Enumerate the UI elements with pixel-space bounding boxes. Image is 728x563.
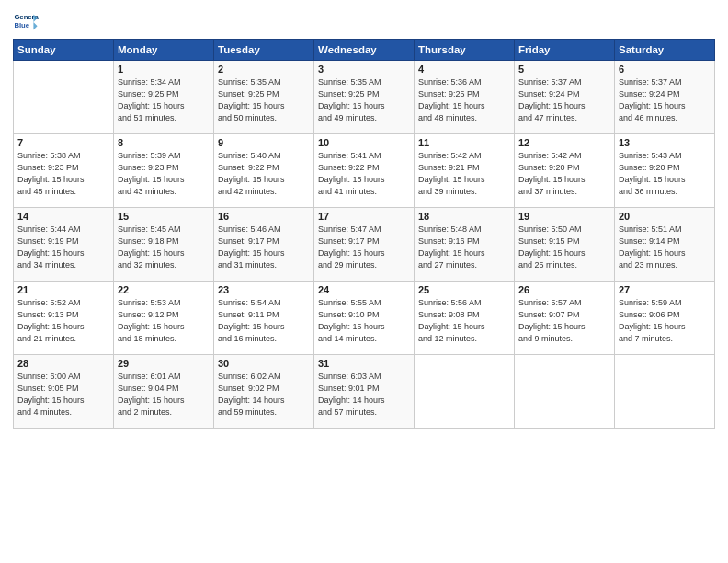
calendar-day-cell: 19Sunrise: 5:50 AM Sunset: 9:15 PM Dayli…	[515, 208, 615, 282]
weekday-header: Friday	[515, 40, 615, 61]
calendar-day-cell: 14Sunrise: 5:44 AM Sunset: 9:19 PM Dayli…	[14, 208, 114, 282]
calendar-day-cell: 16Sunrise: 5:46 AM Sunset: 9:17 PM Dayli…	[214, 208, 314, 282]
day-info: Sunrise: 5:56 AM Sunset: 9:08 PM Dayligh…	[418, 297, 510, 345]
day-number: 25	[418, 284, 510, 295]
calendar-day-cell: 22Sunrise: 5:53 AM Sunset: 9:12 PM Dayli…	[114, 282, 214, 355]
day-number: 7	[17, 137, 109, 148]
day-number: 29	[118, 358, 210, 369]
day-info: Sunrise: 6:00 AM Sunset: 9:05 PM Dayligh…	[17, 371, 109, 419]
day-info: Sunrise: 5:54 AM Sunset: 9:11 PM Dayligh…	[218, 297, 310, 345]
calendar-day-cell: 29Sunrise: 6:01 AM Sunset: 9:04 PM Dayli…	[114, 355, 214, 429]
calendar-day-cell: 6Sunrise: 5:37 AM Sunset: 9:24 PM Daylig…	[615, 61, 715, 134]
calendar-body: 1Sunrise: 5:34 AM Sunset: 9:25 PM Daylig…	[14, 61, 715, 429]
day-number: 20	[619, 211, 711, 222]
calendar-day-cell: 25Sunrise: 5:56 AM Sunset: 9:08 PM Dayli…	[415, 282, 515, 355]
page-container: General Blue SundayMondayTuesdayWednesda…	[0, 0, 728, 434]
calendar-day-cell: 24Sunrise: 5:55 AM Sunset: 9:10 PM Dayli…	[314, 282, 415, 355]
day-info: Sunrise: 5:51 AM Sunset: 9:14 PM Dayligh…	[619, 224, 711, 271]
day-number: 27	[619, 284, 711, 295]
header: General Blue	[13, 9, 715, 35]
day-info: Sunrise: 5:34 AM Sunset: 9:25 PM Dayligh…	[118, 76, 210, 124]
day-info: Sunrise: 5:43 AM Sunset: 9:20 PM Dayligh…	[619, 150, 711, 198]
day-number: 15	[118, 211, 210, 222]
day-info: Sunrise: 5:53 AM Sunset: 9:12 PM Dayligh…	[118, 297, 210, 345]
day-info: Sunrise: 5:35 AM Sunset: 9:25 PM Dayligh…	[318, 76, 410, 124]
weekday-header: Tuesday	[214, 40, 314, 61]
day-number: 10	[318, 137, 410, 148]
day-number: 22	[118, 284, 210, 295]
day-info: Sunrise: 5:37 AM Sunset: 9:24 PM Dayligh…	[619, 76, 711, 124]
day-number: 6	[619, 63, 711, 75]
day-number: 11	[418, 137, 510, 148]
calendar-day-cell	[615, 355, 715, 429]
calendar-day-cell: 7Sunrise: 5:38 AM Sunset: 9:23 PM Daylig…	[14, 134, 114, 208]
day-info: Sunrise: 5:38 AM Sunset: 9:23 PM Dayligh…	[17, 150, 109, 198]
day-number: 2	[218, 63, 310, 75]
svg-text:Blue: Blue	[14, 21, 29, 29]
calendar-week-row: 14Sunrise: 5:44 AM Sunset: 9:19 PM Dayli…	[14, 208, 715, 282]
calendar-day-cell: 18Sunrise: 5:48 AM Sunset: 9:16 PM Dayli…	[415, 208, 515, 282]
weekday-header: Monday	[114, 40, 214, 61]
calendar-day-cell: 27Sunrise: 5:59 AM Sunset: 9:06 PM Dayli…	[615, 282, 715, 355]
calendar-week-row: 7Sunrise: 5:38 AM Sunset: 9:23 PM Daylig…	[14, 134, 715, 208]
calendar-day-cell: 1Sunrise: 5:34 AM Sunset: 9:25 PM Daylig…	[114, 61, 214, 134]
calendar-week-row: 28Sunrise: 6:00 AM Sunset: 9:05 PM Dayli…	[14, 355, 715, 429]
weekday-header: Sunday	[14, 40, 114, 61]
calendar-day-cell: 9Sunrise: 5:40 AM Sunset: 9:22 PM Daylig…	[214, 134, 314, 208]
day-info: Sunrise: 5:41 AM Sunset: 9:22 PM Dayligh…	[318, 150, 410, 198]
day-info: Sunrise: 5:48 AM Sunset: 9:16 PM Dayligh…	[418, 224, 510, 271]
weekday-header: Saturday	[615, 40, 715, 61]
calendar-day-cell	[415, 355, 515, 429]
day-number: 14	[17, 211, 109, 222]
day-info: Sunrise: 5:57 AM Sunset: 9:07 PM Dayligh…	[518, 297, 610, 345]
day-info: Sunrise: 6:03 AM Sunset: 9:01 PM Dayligh…	[318, 371, 410, 419]
calendar-day-cell: 23Sunrise: 5:54 AM Sunset: 9:11 PM Dayli…	[214, 282, 314, 355]
calendar-day-cell: 28Sunrise: 6:00 AM Sunset: 9:05 PM Dayli…	[14, 355, 114, 429]
calendar-day-cell: 17Sunrise: 5:47 AM Sunset: 9:17 PM Dayli…	[314, 208, 415, 282]
day-info: Sunrise: 5:52 AM Sunset: 9:13 PM Dayligh…	[17, 297, 109, 345]
day-info: Sunrise: 5:36 AM Sunset: 9:25 PM Dayligh…	[418, 76, 510, 124]
calendar-day-cell: 10Sunrise: 5:41 AM Sunset: 9:22 PM Dayli…	[314, 134, 415, 208]
day-number: 1	[118, 63, 210, 75]
day-info: Sunrise: 5:42 AM Sunset: 9:20 PM Dayligh…	[518, 150, 610, 198]
day-number: 16	[218, 211, 310, 222]
weekday-header: Wednesday	[314, 40, 415, 61]
day-info: Sunrise: 5:45 AM Sunset: 9:18 PM Dayligh…	[118, 224, 210, 271]
calendar-day-cell: 30Sunrise: 6:02 AM Sunset: 9:02 PM Dayli…	[214, 355, 314, 429]
calendar-day-cell: 2Sunrise: 5:35 AM Sunset: 9:25 PM Daylig…	[214, 61, 314, 134]
day-number: 9	[218, 137, 310, 148]
day-info: Sunrise: 5:40 AM Sunset: 9:22 PM Dayligh…	[218, 150, 310, 198]
day-info: Sunrise: 5:59 AM Sunset: 9:06 PM Dayligh…	[619, 297, 711, 345]
weekday-header: Thursday	[415, 40, 515, 61]
calendar-day-cell	[515, 355, 615, 429]
day-number: 17	[318, 211, 410, 222]
calendar-day-cell: 26Sunrise: 5:57 AM Sunset: 9:07 PM Dayli…	[515, 282, 615, 355]
calendar-week-row: 1Sunrise: 5:34 AM Sunset: 9:25 PM Daylig…	[14, 61, 715, 134]
day-number: 18	[418, 211, 510, 222]
day-info: Sunrise: 5:35 AM Sunset: 9:25 PM Dayligh…	[218, 76, 310, 124]
day-number: 30	[218, 358, 310, 369]
day-number: 5	[518, 63, 610, 75]
logo: General Blue	[13, 9, 39, 35]
day-info: Sunrise: 5:37 AM Sunset: 9:24 PM Dayligh…	[518, 76, 610, 124]
calendar-header: SundayMondayTuesdayWednesdayThursdayFrid…	[14, 40, 715, 61]
day-number: 31	[318, 358, 410, 369]
day-info: Sunrise: 5:39 AM Sunset: 9:23 PM Dayligh…	[118, 150, 210, 198]
day-number: 24	[318, 284, 410, 295]
day-number: 23	[218, 284, 310, 295]
header-row: SundayMondayTuesdayWednesdayThursdayFrid…	[14, 40, 715, 61]
calendar-table: SundayMondayTuesdayWednesdayThursdayFrid…	[13, 39, 715, 429]
day-number: 12	[518, 137, 610, 148]
day-number: 13	[619, 137, 711, 148]
calendar-day-cell: 13Sunrise: 5:43 AM Sunset: 9:20 PM Dayli…	[615, 134, 715, 208]
calendar-day-cell: 15Sunrise: 5:45 AM Sunset: 9:18 PM Dayli…	[114, 208, 214, 282]
day-number: 19	[518, 211, 610, 222]
calendar-day-cell: 4Sunrise: 5:36 AM Sunset: 9:25 PM Daylig…	[415, 61, 515, 134]
day-info: Sunrise: 6:01 AM Sunset: 9:04 PM Dayligh…	[118, 371, 210, 419]
day-number: 21	[17, 284, 109, 295]
calendar-day-cell: 8Sunrise: 5:39 AM Sunset: 9:23 PM Daylig…	[114, 134, 214, 208]
calendar-day-cell: 5Sunrise: 5:37 AM Sunset: 9:24 PM Daylig…	[515, 61, 615, 134]
day-info: Sunrise: 6:02 AM Sunset: 9:02 PM Dayligh…	[218, 371, 310, 419]
calendar-day-cell: 21Sunrise: 5:52 AM Sunset: 9:13 PM Dayli…	[14, 282, 114, 355]
calendar-day-cell: 12Sunrise: 5:42 AM Sunset: 9:20 PM Dayli…	[515, 134, 615, 208]
